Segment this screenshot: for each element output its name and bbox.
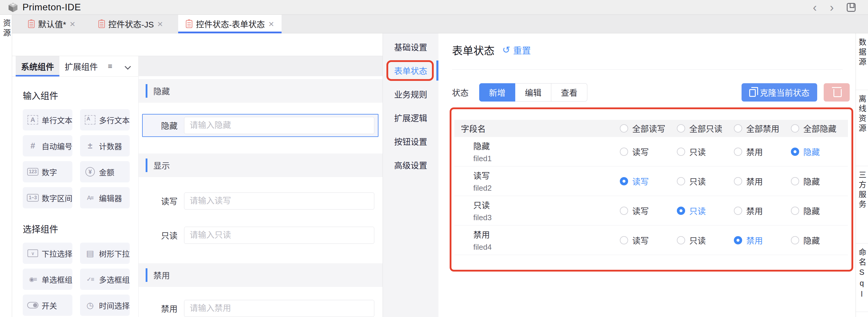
- component-card-number-range[interactable]: 1~3 数字区间: [23, 187, 72, 208]
- bulk-option-all-readwrite[interactable]: 全部读写: [620, 122, 677, 134]
- radio-disabled[interactable]: 禁用: [734, 146, 791, 157]
- radio-readwrite[interactable]: 读写: [620, 146, 677, 157]
- tab-label: 默认值*: [38, 18, 66, 30]
- rail-label: 离线资源: [857, 95, 867, 166]
- section-bar-hidden[interactable]: 隐藏: [138, 79, 382, 103]
- component-label: 时间选择: [99, 300, 130, 311]
- menu-label: 表单状态: [394, 65, 427, 76]
- radio-readonly[interactable]: 只读: [677, 234, 734, 246]
- menu-item-form-state[interactable]: 表单状态: [383, 59, 438, 82]
- rail-item-third-party-services[interactable]: 三方服务: [856, 166, 868, 244]
- state-option-add[interactable]: 新增: [479, 83, 515, 102]
- form-field-readwrite[interactable]: 读写: [142, 189, 378, 213]
- radio-hidden[interactable]: 隐藏: [791, 175, 848, 187]
- component-card-time-picker[interactable]: ◷ 时间选择: [80, 294, 130, 316]
- radio-readonly[interactable]: 只读: [677, 175, 734, 187]
- section-title: 禁用: [153, 269, 170, 281]
- radio-readonly[interactable]: 只读: [677, 205, 734, 217]
- clone-current-state-button[interactable]: 克隆当前状态: [742, 83, 817, 102]
- component-card-counter[interactable]: ± 计数器: [80, 135, 130, 156]
- rail-item-offline-resources[interactable]: 离线资源: [856, 90, 868, 166]
- section-bar-disabled[interactable]: 禁用: [138, 263, 382, 287]
- component-card-checkbox-group[interactable]: ✓≡ 多选框组: [80, 269, 130, 290]
- nav-back-icon[interactable]: ‹: [813, 1, 816, 13]
- menu-item-business-rules[interactable]: 业务规则: [383, 82, 438, 106]
- component-card-tree-dropdown[interactable]: ▤ 树形下拉: [80, 243, 130, 264]
- component-card-radio-group[interactable]: ◉≡ 单选框组: [23, 269, 72, 290]
- component-card-editor[interactable]: A≡ 编辑器: [80, 187, 130, 208]
- hidden-field-input[interactable]: [184, 117, 374, 134]
- section-bar-display[interactable]: 显示: [138, 153, 382, 177]
- state-option-edit[interactable]: 编辑: [515, 83, 551, 102]
- form-field-readonly[interactable]: 只读: [142, 224, 378, 247]
- tab-extension-components[interactable]: 扩展组件: [59, 56, 103, 76]
- component-card-multi-line-text[interactable]: A 多行文本: [80, 109, 130, 131]
- tab-system-components[interactable]: 系统组件: [16, 56, 59, 76]
- component-list-icon[interactable]: ≡: [108, 62, 112, 71]
- tab-widget-state-form-state[interactable]: 控件状态-表单状态 ×: [178, 15, 282, 33]
- reset-button[interactable]: ↺ 重置: [502, 43, 531, 57]
- component-card-single-line-text[interactable]: A 单行文本: [23, 109, 72, 131]
- copy-icon: [749, 89, 756, 97]
- menu-item-extension-logic[interactable]: 扩展逻辑: [383, 106, 438, 130]
- radio-readwrite[interactable]: 读写: [620, 205, 677, 217]
- form-canvas: 隐藏 隐藏 显示 读写 只读 禁用 禁用: [138, 56, 382, 317]
- state-option-view[interactable]: 查看: [551, 83, 587, 102]
- radio-hidden[interactable]: 隐藏: [791, 146, 848, 157]
- radio-icon: [620, 124, 628, 133]
- radio-icon: [734, 207, 742, 215]
- radio-disabled[interactable]: 禁用: [734, 234, 791, 246]
- field-label: 禁用: [143, 303, 184, 314]
- radio-icon: [791, 236, 799, 244]
- section-title: 显示: [153, 160, 170, 171]
- component-label: 数字区间: [42, 192, 72, 203]
- form-field-hidden[interactable]: 隐藏: [142, 114, 378, 137]
- bulk-option-all-readonly[interactable]: 全部只读: [677, 122, 734, 134]
- menu-item-advanced-settings[interactable]: 高级设置: [383, 153, 438, 177]
- menu-item-button-settings[interactable]: 按钮设置: [383, 130, 438, 153]
- input-component-grid: A 单行文本 A 多行文本 # 自动编号 ± 计数器 123 数字 ¥ 金额: [23, 109, 132, 208]
- component-card-auto-number[interactable]: # 自动编号: [23, 135, 72, 156]
- tab-default-values[interactable]: 默认值* ×: [20, 15, 83, 33]
- menu-item-basic-settings[interactable]: 基础设置: [383, 35, 438, 59]
- component-card-switch[interactable]: 开关: [23, 294, 72, 316]
- readwrite-field-input[interactable]: [184, 192, 374, 210]
- delete-state-button[interactable]: [824, 83, 850, 102]
- radio-icon: [734, 124, 742, 133]
- close-icon[interactable]: ×: [157, 19, 163, 29]
- close-icon[interactable]: ×: [70, 19, 75, 29]
- tab-widget-state-js[interactable]: 控件状态-JS ×: [91, 15, 171, 33]
- chevron-down-icon[interactable]: [125, 64, 131, 69]
- radio-group-icon: ◉≡: [29, 276, 36, 283]
- component-card-dropdown[interactable]: ∨ 下拉选择: [23, 243, 72, 264]
- radio-readwrite[interactable]: 读写: [620, 175, 677, 187]
- form-field-disabled[interactable]: 禁用: [142, 297, 378, 317]
- resource-rail[interactable]: 资源: [0, 15, 12, 317]
- component-card-number[interactable]: 123 数字: [23, 161, 72, 182]
- radio-hidden[interactable]: 隐藏: [791, 234, 848, 246]
- component-card-currency[interactable]: ¥ 金额: [80, 161, 130, 182]
- readonly-field-input[interactable]: [184, 227, 374, 244]
- section-accent: [146, 84, 148, 98]
- save-icon[interactable]: [847, 3, 856, 12]
- bulk-option-all-disabled[interactable]: 全部禁用: [734, 122, 791, 134]
- app-logo-icon: [8, 2, 18, 13]
- radio-readwrite[interactable]: 读写: [620, 234, 677, 246]
- rail-item-data-source[interactable]: 数据源: [856, 33, 868, 90]
- titlebar-actions: ‹ ›: [813, 1, 860, 13]
- rail-item-named-sql[interactable]: 命名Sql: [856, 244, 868, 312]
- page-title: 表单状态: [452, 42, 495, 58]
- close-icon[interactable]: ×: [269, 19, 274, 29]
- field-code: filed4: [473, 243, 620, 252]
- radio-icon: [677, 148, 685, 156]
- disabled-field-input[interactable]: [184, 300, 374, 317]
- bulk-option-all-hidden[interactable]: 全部隐藏: [791, 122, 848, 134]
- component-label: 树形下拉: [99, 248, 130, 259]
- reset-label: 重置: [513, 43, 531, 57]
- nav-forward-icon[interactable]: ›: [830, 1, 834, 13]
- radio-readonly[interactable]: 只读: [677, 146, 734, 157]
- radio-icon: [734, 177, 742, 185]
- radio-disabled[interactable]: 禁用: [734, 175, 791, 187]
- radio-disabled[interactable]: 禁用: [734, 205, 791, 217]
- radio-hidden[interactable]: 隐藏: [791, 205, 848, 217]
